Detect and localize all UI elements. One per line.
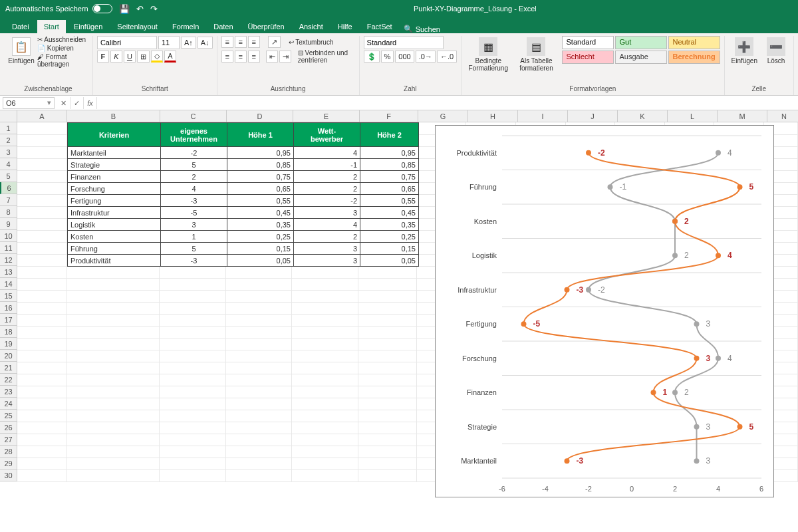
align-top-button[interactable]: ≡ bbox=[221, 36, 233, 48]
row-header[interactable]: 5 bbox=[0, 170, 17, 182]
copy-button[interactable]: 📄 Kopieren bbox=[37, 45, 88, 52]
column-header[interactable]: F bbox=[360, 110, 418, 122]
row-header[interactable]: 29 bbox=[0, 458, 17, 469]
style-schlecht[interactable]: Schlecht bbox=[562, 51, 614, 64]
column-header[interactable]: G bbox=[418, 110, 468, 122]
menu-ansicht[interactable]: Ansicht bbox=[293, 20, 330, 33]
align-left-button[interactable]: ≡ bbox=[221, 51, 233, 63]
increase-decimal-button[interactable]: .0→ bbox=[416, 51, 436, 63]
row-header[interactable]: 14 bbox=[0, 278, 17, 290]
worksheet[interactable]: ABCDEFGHIJKLMN 1234567891011121314151617… bbox=[0, 110, 798, 532]
save-icon[interactable]: 💾 bbox=[119, 4, 130, 14]
italic-button[interactable]: K bbox=[110, 51, 122, 63]
menu-start[interactable]: Start bbox=[37, 20, 66, 33]
font-size-select[interactable] bbox=[158, 36, 180, 49]
row-header[interactable]: 27 bbox=[0, 434, 17, 446]
menu-überprüfen[interactable]: Überprüfen bbox=[241, 20, 291, 33]
align-center-button[interactable]: ≡ bbox=[235, 51, 247, 63]
enter-formula-icon[interactable]: ✓ bbox=[70, 97, 84, 109]
currency-button[interactable]: 💲 bbox=[364, 51, 380, 63]
column-header[interactable]: J bbox=[568, 110, 618, 122]
row-header[interactable]: 23 bbox=[0, 386, 17, 398]
wrap-text-button[interactable]: ↩ Textumbruch bbox=[289, 39, 334, 46]
delete-cells-button[interactable]: ➖Lösch bbox=[763, 36, 789, 66]
menu-einfügen[interactable]: Einfügen bbox=[67, 20, 109, 33]
row-header[interactable]: 6 bbox=[0, 182, 17, 194]
column-header[interactable]: B bbox=[67, 110, 160, 122]
decrease-decimal-button[interactable]: ←.0 bbox=[437, 51, 457, 63]
column-header[interactable]: C bbox=[160, 110, 227, 122]
formula-input[interactable] bbox=[97, 97, 798, 109]
redo-icon[interactable]: ↷ bbox=[150, 4, 158, 14]
row-header[interactable]: 3 bbox=[0, 146, 17, 158]
menu-factset[interactable]: FactSet bbox=[360, 20, 399, 33]
row-header[interactable]: 10 bbox=[0, 230, 17, 242]
column-header[interactable] bbox=[0, 110, 17, 122]
embedded-chart[interactable]: -6-4-20246ProduktivitätFührungKostenLogi… bbox=[435, 125, 774, 497]
menu-hilfe[interactable]: Hilfe bbox=[331, 20, 359, 33]
column-header[interactable]: K bbox=[618, 110, 668, 122]
row-header[interactable]: 9 bbox=[0, 218, 17, 230]
merge-center-button[interactable]: ⊟ Verbinden und zentrieren bbox=[298, 49, 355, 64]
indent-increase-button[interactable]: ⇥ bbox=[279, 51, 291, 63]
align-middle-button[interactable]: ≡ bbox=[235, 36, 247, 48]
data-table[interactable]: Kriterieneigenes UnternehmenHöhe 1Wett-b… bbox=[67, 122, 419, 267]
row-header[interactable]: 15 bbox=[0, 290, 17, 302]
menu-seitenlayout[interactable]: Seitenlayout bbox=[110, 20, 164, 33]
search-box[interactable]: 🔍 Suchen bbox=[404, 25, 440, 33]
column-header[interactable]: A bbox=[17, 110, 67, 122]
column-header[interactable]: H bbox=[468, 110, 518, 122]
cut-button[interactable]: ✂ Ausschneiden bbox=[37, 36, 88, 43]
menu-daten[interactable]: Daten bbox=[207, 20, 239, 33]
decrease-font-button[interactable]: A↓ bbox=[198, 37, 213, 49]
style-gut[interactable]: Gut bbox=[615, 36, 667, 49]
conditional-format-button[interactable]: ▦Bedingte Formatierung bbox=[466, 36, 511, 73]
row-header[interactable]: 20 bbox=[0, 350, 17, 362]
column-header[interactable]: M bbox=[718, 110, 767, 122]
row-header[interactable]: 18 bbox=[0, 326, 17, 338]
column-header[interactable]: N bbox=[767, 110, 798, 122]
align-right-button[interactable]: ≡ bbox=[248, 51, 260, 63]
column-header[interactable]: L bbox=[668, 110, 718, 122]
undo-icon[interactable]: ↶ bbox=[136, 4, 144, 14]
row-header[interactable]: 28 bbox=[0, 446, 17, 458]
indent-decrease-button[interactable]: ⇤ bbox=[266, 51, 278, 63]
row-header[interactable]: 8 bbox=[0, 206, 17, 218]
row-header[interactable]: 24 bbox=[0, 398, 17, 410]
name-box[interactable]: O6 ▾ bbox=[3, 97, 55, 109]
row-header[interactable]: 19 bbox=[0, 338, 17, 350]
row-header[interactable]: 1 bbox=[0, 122, 17, 134]
increase-font-button[interactable]: A↑ bbox=[181, 37, 196, 49]
align-bottom-button[interactable]: ≡ bbox=[248, 36, 260, 48]
row-header[interactable]: 11 bbox=[0, 242, 17, 254]
fill-color-button[interactable]: ◇ bbox=[151, 51, 163, 63]
style-neutral[interactable]: Neutral bbox=[668, 36, 720, 49]
column-header[interactable]: I bbox=[518, 110, 568, 122]
row-header[interactable]: 21 bbox=[0, 362, 17, 374]
format-painter-button[interactable]: 🖌 Format übertragen bbox=[37, 53, 88, 68]
style-ausgabe[interactable]: Ausgabe bbox=[615, 51, 667, 64]
row-header[interactable]: 12 bbox=[0, 254, 17, 266]
row-header[interactable]: 30 bbox=[0, 469, 17, 481]
menu-datei[interactable]: Datei bbox=[5, 20, 36, 33]
underline-button[interactable]: U bbox=[124, 51, 136, 63]
row-header[interactable]: 17 bbox=[0, 314, 17, 326]
row-header[interactable]: 16 bbox=[0, 302, 17, 314]
bold-button[interactable]: F bbox=[97, 51, 109, 63]
style-berechnung[interactable]: Berechnung bbox=[668, 51, 720, 64]
fx-icon[interactable]: fx bbox=[84, 97, 97, 109]
row-header[interactable]: 13 bbox=[0, 266, 17, 278]
orientation-button[interactable]: ↗ bbox=[268, 36, 281, 48]
menu-formeln[interactable]: Formeln bbox=[166, 20, 205, 33]
border-button[interactable]: ⊞ bbox=[137, 51, 150, 63]
insert-cells-button[interactable]: ➕Einfügen bbox=[729, 36, 760, 66]
cell-styles-gallery[interactable]: StandardGutNeutralSchlechtAusgabeBerechn… bbox=[562, 36, 720, 64]
style-standard[interactable]: Standard bbox=[562, 36, 614, 49]
number-format-select[interactable] bbox=[364, 36, 444, 49]
paste-button[interactable]: 📋 Einfügen bbox=[8, 36, 35, 66]
format-as-table-button[interactable]: ▤Als Tabelle formatieren bbox=[513, 36, 559, 73]
row-header[interactable]: 2 bbox=[0, 134, 17, 146]
autosave-toggle[interactable]: Automatisches Speichern bbox=[5, 4, 112, 13]
row-header[interactable]: 4 bbox=[0, 158, 17, 170]
thousands-button[interactable]: 000 bbox=[395, 51, 414, 63]
